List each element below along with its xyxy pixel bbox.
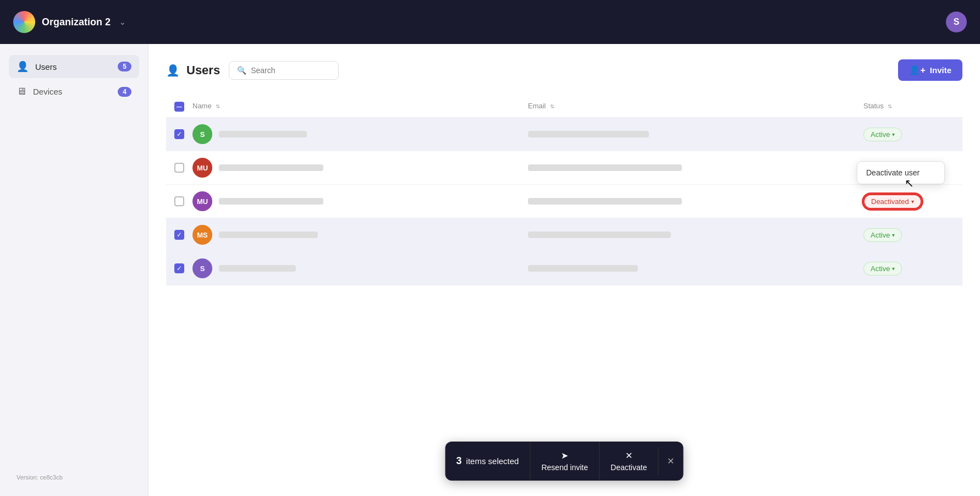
sidebar-item-users-label: Users bbox=[35, 62, 57, 71]
bottom-bar: 3 items selected ➤ Resend invite ✕ Deact… bbox=[445, 442, 684, 481]
users-badge: 5 bbox=[118, 62, 131, 71]
page-title: Users bbox=[186, 63, 220, 78]
table-row: S Active ▾ bbox=[166, 252, 962, 285]
user-avatar-2: MU bbox=[192, 158, 212, 178]
main-content: 👤 Users 🔍 👤+ Invite Name ⇅ bbox=[148, 44, 980, 496]
org-logo bbox=[13, 11, 35, 33]
status-cell-3: Deactivated ▾ bbox=[863, 194, 962, 209]
users-icon: 👤 bbox=[16, 60, 29, 73]
name-sort-icon: ⇅ bbox=[216, 103, 220, 109]
status-cell-2: Active ▾ Deactivate user ↖ bbox=[863, 161, 962, 175]
email-cell-1 bbox=[528, 131, 863, 137]
status-sort-icon: ⇅ bbox=[888, 103, 892, 109]
invite-button[interactable]: 👤+ Invite bbox=[898, 59, 962, 81]
count-number: 3 bbox=[456, 455, 462, 467]
deactivate-icon: ✕ bbox=[625, 450, 632, 461]
version-label: Version: ce8c3cb bbox=[9, 470, 139, 485]
email-5 bbox=[528, 265, 638, 272]
user-avatar[interactable]: S bbox=[946, 12, 967, 32]
org-selector[interactable]: Organization 2 ⌄ bbox=[13, 11, 126, 33]
user-name-4 bbox=[219, 232, 318, 238]
top-nav: Organization 2 ⌄ S bbox=[0, 0, 980, 44]
search-box[interactable]: 🔍 bbox=[229, 61, 339, 80]
selection-count: 3 items selected bbox=[445, 447, 530, 476]
user-cell-4: MS bbox=[192, 225, 528, 245]
page-title-area: 👤 Users bbox=[166, 63, 220, 78]
row-checkbox-1[interactable] bbox=[166, 129, 192, 139]
email-1 bbox=[528, 131, 649, 137]
status-badge-4[interactable]: Active ▾ bbox=[863, 228, 902, 242]
sidebar-item-devices[interactable]: 🖥 Devices 4 bbox=[9, 80, 139, 103]
table-row: S Active ▾ bbox=[166, 118, 962, 151]
email-cell-4 bbox=[528, 232, 863, 238]
email-4 bbox=[528, 232, 671, 238]
indeterminate-checkbox[interactable] bbox=[174, 102, 184, 112]
user-cell-1: S bbox=[192, 124, 528, 144]
user-name-1 bbox=[219, 131, 307, 137]
status-cell-5: Active ▾ bbox=[863, 262, 962, 275]
row-checkbox-4[interactable] bbox=[166, 230, 192, 240]
email-2 bbox=[528, 164, 682, 171]
row-checkbox-5[interactable] bbox=[166, 263, 192, 273]
row-checkbox-2[interactable] bbox=[166, 163, 192, 173]
checkbox-5[interactable] bbox=[174, 263, 184, 273]
checkbox-3[interactable] bbox=[174, 196, 184, 206]
org-name: Organization 2 bbox=[42, 16, 111, 28]
search-input[interactable] bbox=[251, 66, 331, 75]
status-chevron-4: ▾ bbox=[892, 232, 895, 238]
resend-label: Resend invite bbox=[541, 463, 588, 472]
status-cell-1: Active ▾ bbox=[863, 128, 962, 141]
deactivate-user-option[interactable]: Deactivate user bbox=[857, 162, 944, 184]
email-cell-3 bbox=[528, 198, 863, 205]
user-avatar-5: S bbox=[192, 258, 212, 278]
devices-icon: 🖥 bbox=[16, 86, 26, 97]
col-status[interactable]: Status ⇅ bbox=[863, 102, 962, 112]
resend-invite-action[interactable]: ➤ Resend invite bbox=[530, 442, 599, 481]
checkbox-4[interactable] bbox=[174, 230, 184, 240]
status-chevron-1: ▾ bbox=[892, 131, 895, 137]
page-title-icon: 👤 bbox=[166, 64, 180, 77]
email-sort-icon: ⇅ bbox=[550, 103, 554, 109]
search-icon: 🔍 bbox=[237, 66, 246, 75]
page-header-left: 👤 Users 🔍 bbox=[166, 61, 339, 80]
sidebar-item-users[interactable]: 👤 Users 5 bbox=[9, 55, 139, 78]
invite-label: Invite bbox=[930, 65, 951, 75]
row-checkbox-3[interactable] bbox=[166, 196, 192, 206]
checkbox-2[interactable] bbox=[174, 163, 184, 173]
sidebar: 👤 Users 5 🖥 Devices 4 Version: ce8c3cb bbox=[0, 44, 148, 496]
status-badge-5[interactable]: Active ▾ bbox=[863, 262, 902, 275]
table-row: MU Active ▾ Deactivate user ↖ bbox=[166, 151, 962, 185]
table-header: Name ⇅ Email ⇅ Status ⇅ bbox=[166, 96, 962, 118]
invite-icon: 👤+ bbox=[909, 65, 925, 75]
sidebar-item-devices-label: Devices bbox=[33, 87, 62, 96]
devices-badge: 4 bbox=[118, 87, 131, 97]
col-name[interactable]: Name ⇅ bbox=[192, 102, 528, 112]
table-body: S Active ▾ MU Active ▾ Deac bbox=[166, 118, 962, 285]
deactivate-action[interactable]: ✕ Deactivate bbox=[599, 442, 658, 481]
user-name-3 bbox=[219, 198, 323, 205]
checkbox-1[interactable] bbox=[174, 129, 184, 139]
status-badge-1[interactable]: Active ▾ bbox=[863, 128, 902, 141]
status-badge-3[interactable]: Deactivated ▾ bbox=[863, 194, 922, 209]
user-cell-3: MU bbox=[192, 191, 528, 211]
user-avatar-1: S bbox=[192, 124, 212, 144]
status-dropdown: Deactivate user bbox=[857, 161, 945, 184]
org-chevron-icon[interactable]: ⌄ bbox=[119, 18, 126, 26]
email-cell-2 bbox=[528, 164, 863, 171]
select-all-checkbox[interactable] bbox=[166, 102, 192, 112]
email-cell-5 bbox=[528, 265, 863, 272]
page-header: 👤 Users 🔍 👤+ Invite bbox=[166, 59, 962, 81]
sidebar-nav: 👤 Users 5 🖥 Devices 4 bbox=[9, 55, 139, 103]
user-avatar-3: MU bbox=[192, 191, 212, 211]
resend-icon: ➤ bbox=[561, 450, 568, 461]
col-email[interactable]: Email ⇅ bbox=[528, 102, 863, 112]
deactivate-label: Deactivate bbox=[610, 463, 647, 472]
email-3 bbox=[528, 198, 682, 205]
user-cell-5: S bbox=[192, 258, 528, 278]
app-layout: 👤 Users 5 🖥 Devices 4 Version: ce8c3cb 👤… bbox=[0, 44, 980, 496]
status-cell-4: Active ▾ bbox=[863, 228, 962, 242]
status-chevron-5: ▾ bbox=[892, 266, 895, 272]
user-name-2 bbox=[219, 164, 323, 171]
count-label: items selected bbox=[466, 456, 519, 466]
close-bottom-bar[interactable]: ✕ bbox=[658, 447, 683, 475]
